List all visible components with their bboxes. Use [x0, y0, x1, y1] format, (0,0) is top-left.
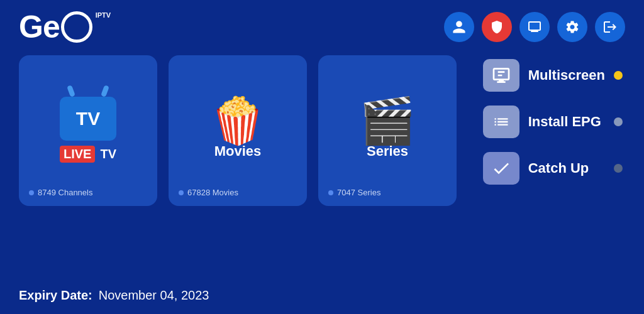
nav-icons [444, 12, 625, 42]
multiscreen-item[interactable]: Multiscreen [480, 55, 625, 95]
tv-label: TV [76, 108, 100, 129]
series-title: Series [367, 143, 408, 160]
shield-icon [489, 19, 504, 35]
install-epg-dot [614, 117, 623, 126]
settings-button[interactable] [557, 12, 587, 42]
logo: Ge IPTV [19, 11, 111, 43]
tv-icon-wrap: TV [60, 97, 116, 141]
movies-title: Movies [214, 143, 262, 160]
movies-count: 67828 Movies [179, 188, 238, 197]
catch-up-dot [614, 164, 623, 173]
live-badge: LIVE [60, 146, 95, 163]
install-epg-label: Install EPG [528, 114, 601, 130]
footer: Expiry Date: November 04, 2023 [19, 288, 209, 303]
settings-icon [565, 19, 580, 35]
catch-up-item[interactable]: Catch Up [480, 148, 625, 188]
multiscreen-dot [614, 71, 623, 80]
tv-dot [29, 190, 34, 195]
expiry-date: November 04, 2023 [99, 288, 209, 303]
live-tv-count: 8749 Channels [29, 188, 92, 197]
screen-button[interactable] [519, 12, 550, 42]
series-card[interactable]: 🎬 Series 7047 Series [318, 55, 457, 206]
series-dot [328, 190, 333, 195]
movies-dot [179, 190, 184, 195]
main-content: TV LIVE TV 8749 Channels 🍿 Movies 67828 … [0, 49, 644, 206]
expiry-label: Expiry Date: [19, 288, 92, 303]
sidebar-right: Multiscreen Install EPG Catch Up [480, 55, 625, 188]
live-tv-label-row: LIVE TV [60, 146, 116, 163]
catch-up-icon [491, 158, 511, 178]
multiscreen-label: Multiscreen [528, 67, 605, 84]
exit-icon [602, 19, 618, 35]
profile-icon [452, 19, 467, 35]
tv-body: TV [60, 97, 116, 141]
multiscreen-icon-box [483, 59, 519, 92]
logo-o-circle [61, 11, 92, 43]
exit-button[interactable] [595, 12, 625, 42]
header: Ge IPTV [0, 0, 644, 49]
catch-up-icon-box [483, 152, 519, 185]
live-tv-title: TV [100, 147, 116, 161]
install-epg-icon [491, 113, 511, 131]
logo-ge: Ge [19, 11, 60, 43]
movies-card[interactable]: 🍿 Movies 67828 Movies [169, 55, 307, 206]
catch-up-label: Catch Up [528, 160, 589, 176]
shield-button[interactable] [482, 12, 512, 42]
clapper-icon: 🎬 [359, 98, 416, 143]
multiscreen-icon [491, 65, 511, 85]
live-tv-card[interactable]: TV LIVE TV 8749 Channels [19, 55, 157, 206]
profile-button[interactable] [444, 12, 474, 42]
install-epg-icon-box [483, 106, 519, 138]
logo-iptv: IPTV [96, 11, 111, 19]
cards-row: TV LIVE TV 8749 Channels 🍿 Movies 67828 … [19, 55, 469, 206]
series-count: 7047 Series [328, 188, 380, 197]
screen-icon [527, 19, 542, 35]
install-epg-item[interactable]: Install EPG [480, 102, 625, 142]
popcorn-icon: 🍿 [209, 98, 266, 143]
